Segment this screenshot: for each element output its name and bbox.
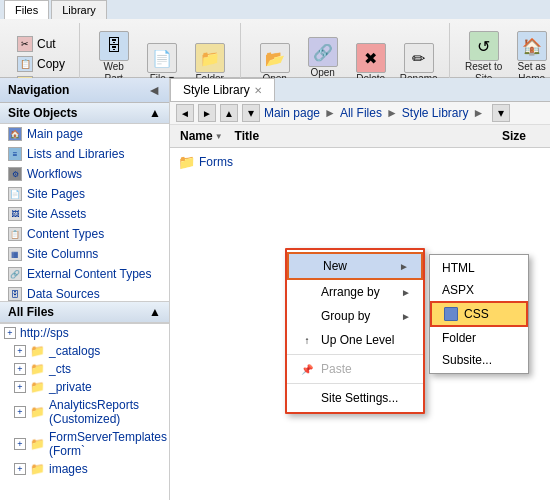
ctx-divider2	[287, 383, 423, 384]
copy-icon: 📋	[17, 56, 33, 72]
col-name[interactable]: Name ▼	[174, 127, 229, 145]
col-size[interactable]: Size	[496, 127, 546, 145]
site-objects-label: Site Objects	[8, 106, 77, 120]
groupby-icon	[299, 308, 315, 324]
contenttypes-icon: 📋	[8, 227, 22, 241]
uponelevel-label: Up One Level	[321, 333, 394, 347]
submenu-new: HTML ASPX CSS Folder Subsite...	[429, 254, 529, 374]
expand-private[interactable]: +	[14, 381, 26, 393]
forward-button[interactable]: ►	[198, 104, 216, 122]
subfolder-label: Folder	[442, 331, 476, 345]
arrangeby-label: Arrange by	[321, 285, 380, 299]
breadcrumb-sep3: ►	[473, 106, 485, 120]
submenu-item-aspx[interactable]: ASPX	[430, 279, 528, 301]
sitesettings-icon	[299, 390, 315, 406]
new-icon	[301, 258, 317, 274]
forms-label: Forms	[199, 155, 233, 169]
open-icon: 📂	[260, 43, 290, 73]
lists-label: Lists and Libraries	[27, 147, 124, 161]
col-title-label: Title	[235, 129, 259, 143]
cut-button[interactable]: ✂ Cut	[14, 35, 71, 53]
ctx-paste-icon: 📌	[299, 361, 315, 377]
catalogs-folder-icon: 📁	[30, 344, 45, 358]
copy-button[interactable]: 📋 Copy	[14, 55, 71, 73]
expand-catalogs[interactable]: +	[14, 345, 26, 357]
private-folder-icon: 📁	[30, 380, 45, 394]
ctx-paste-label: Paste	[321, 362, 352, 376]
all-files-label: All Files	[8, 305, 54, 319]
mainpage-icon: 🏠	[8, 127, 22, 141]
content-tab-stylelibrary[interactable]: Style Library ✕	[170, 78, 275, 101]
tree-item-analytics[interactable]: + 📁 AnalyticsReports (Customized)	[0, 396, 169, 428]
sitepages-icon: 📄	[8, 187, 22, 201]
expand-images[interactable]: +	[14, 463, 26, 475]
name-dropdown[interactable]: ▾	[492, 104, 510, 122]
expand-cts[interactable]: +	[14, 363, 26, 375]
all-files-collapse[interactable]: ▲	[149, 305, 161, 319]
arrangeby-arrow-icon: ►	[401, 287, 411, 298]
datasources-label: Data Sources	[27, 287, 100, 301]
tab-files[interactable]: Files	[4, 0, 49, 19]
content-tabs: Style Library ✕	[170, 78, 550, 102]
sidebar-collapse-button[interactable]: ◄	[147, 82, 161, 98]
up-button[interactable]: ▲	[220, 104, 238, 122]
sidebar-item-datasources[interactable]: 🗄 Data Sources	[0, 284, 169, 301]
tree-item-private[interactable]: + 📁 _private	[0, 378, 169, 396]
col-title[interactable]: Title	[229, 127, 496, 145]
sidebar-item-externalcontent[interactable]: 🔗 External Content Types	[0, 264, 169, 284]
file-item-forms[interactable]: 📁 Forms	[174, 152, 546, 172]
submenu-item-folder[interactable]: Folder	[430, 327, 528, 349]
all-files-header: All Files ▲	[0, 301, 169, 323]
expand-analytics[interactable]: +	[14, 406, 26, 418]
css-icon	[444, 307, 458, 321]
breadcrumb-allfiles[interactable]: All Files	[340, 106, 382, 120]
tree-item-cts[interactable]: + 📁 _cts	[0, 360, 169, 378]
contenttypes-label: Content Types	[27, 227, 104, 241]
expand-formserver[interactable]: +	[14, 438, 26, 450]
tree-item-sps[interactable]: + http://sps	[0, 324, 169, 342]
ctx-item-paste[interactable]: 📌 Paste	[287, 357, 423, 381]
sidebar-item-mainpage[interactable]: 🏠 Main page	[0, 124, 169, 144]
sidebar-item-contenttypes[interactable]: 📋 Content Types	[0, 224, 169, 244]
breadcrumb-dropdown[interactable]: ▾	[242, 104, 260, 122]
ctx-item-new[interactable]: New ► HTML ASPX CSS Folder	[287, 252, 423, 280]
tree-item-formserver[interactable]: + 📁 FormServerTemplates (Form`	[0, 428, 169, 460]
tab-close-icon[interactable]: ✕	[254, 85, 262, 96]
ribbon-tabs: Files Library	[0, 0, 550, 19]
delete-icon: ✖	[356, 43, 386, 73]
tree-item-images[interactable]: + 📁 images	[0, 460, 169, 478]
breadcrumb-bar: ◄ ► ▲ ▾ Main page ► All Files ► Style Li…	[170, 102, 550, 125]
sidebar-item-workflows[interactable]: ⚙ Workflows	[0, 164, 169, 184]
submenu-item-html[interactable]: HTML	[430, 257, 528, 279]
tree-item-catalogs[interactable]: + 📁 _catalogs	[0, 342, 169, 360]
ctx-item-groupby[interactable]: Group by ►	[287, 304, 423, 328]
breadcrumb-sep1: ►	[324, 106, 336, 120]
ctx-item-uponelevel[interactable]: ↑ Up One Level	[287, 328, 423, 352]
stylelibrary-tab-label: Style Library	[183, 83, 250, 97]
tab-library[interactable]: Library	[51, 0, 107, 19]
sidebar-item-sitepages[interactable]: 📄 Site Pages	[0, 184, 169, 204]
assets-icon: 🖼	[8, 207, 22, 221]
expand-sps[interactable]: +	[4, 327, 16, 339]
tree-label-private: _private	[49, 380, 92, 394]
submenu-item-css[interactable]: CSS	[430, 301, 528, 327]
breadcrumb-mainpage[interactable]: Main page	[264, 106, 320, 120]
arrangeby-icon	[299, 284, 315, 300]
breadcrumb-stylelibrary[interactable]: Style Library	[402, 106, 469, 120]
sitepages-label: Site Pages	[27, 187, 85, 201]
images-folder-icon: 📁	[30, 462, 45, 476]
sidebar-item-assets[interactable]: 🖼 Site Assets	[0, 204, 169, 224]
sidebar-title: Navigation	[8, 83, 69, 97]
assets-label: Site Assets	[27, 207, 86, 221]
ctx-item-arrangeby[interactable]: Arrange by ►	[287, 280, 423, 304]
workflows-icon: ⚙	[8, 167, 22, 181]
back-button[interactable]: ◄	[176, 104, 194, 122]
ctx-item-sitesettings[interactable]: Site Settings...	[287, 386, 423, 410]
site-objects-collapse[interactable]: ▲	[149, 106, 161, 120]
cut-icon: ✂	[17, 36, 33, 52]
sidebar-item-sitecolumns[interactable]: ▦ Site Columns	[0, 244, 169, 264]
submenu-item-subsite[interactable]: Subsite...	[430, 349, 528, 371]
sidebar-item-lists[interactable]: ≡ Lists and Libraries	[0, 144, 169, 164]
site-objects-list: 🏠 Main page ≡ Lists and Libraries ⚙ Work…	[0, 124, 169, 301]
css-label: CSS	[464, 307, 489, 321]
